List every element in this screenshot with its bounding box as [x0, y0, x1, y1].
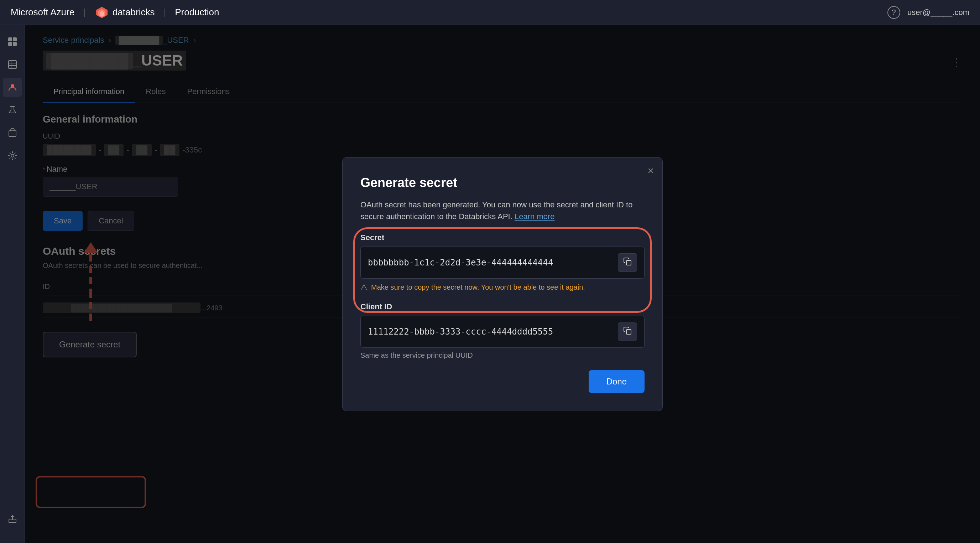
secret-value: bbbbbbbb-1c1c-2d2d-3e3e-444444444444 — [368, 258, 614, 268]
warning-icon: ⚠ — [360, 283, 368, 292]
sidebar-item-experiments[interactable] — [3, 100, 22, 120]
sidebar-item-export[interactable] — [3, 510, 22, 529]
modal-close-button[interactable]: × — [648, 165, 654, 177]
sidebar-item-marketplace[interactable] — [3, 123, 22, 143]
databricks-logo: databricks — [95, 5, 155, 19]
warning-message: ⚠ Make sure to copy the secret now. You … — [360, 283, 644, 292]
secret-field-section: Secret bbbbbbbb-1c1c-2d2d-3e3e-444444444… — [360, 233, 644, 292]
client-id-field-section: Client ID 11112222-bbbb-3333-cccc-4444dd… — [360, 302, 644, 360]
sidebar-item-catalog[interactable] — [3, 55, 22, 74]
sidebar-item-settings[interactable] — [3, 146, 22, 165]
help-button[interactable]: ? — [888, 6, 900, 19]
sidebar — [0, 25, 25, 543]
learn-more-link[interactable]: Learn more — [515, 212, 555, 221]
user-email: user@_____.com — [907, 8, 969, 17]
main-layout: Service principals › ████████_USER › ███… — [0, 25, 980, 543]
nav-divider: | — [83, 7, 86, 18]
modal-footer: Done — [360, 370, 644, 393]
svg-point-14 — [11, 154, 14, 157]
copy-client-id-button[interactable] — [618, 322, 637, 341]
workspace-divider: | — [164, 7, 166, 18]
databricks-text: databricks — [113, 7, 155, 18]
client-id-value: 11112222-bbbb-3333-cccc-4444dddd5555 — [368, 327, 614, 337]
client-id-input-container: 11112222-bbbb-3333-cccc-4444dddd5555 — [360, 316, 644, 348]
copy-secret-button[interactable] — [618, 253, 637, 272]
nav-right: ? user@_____.com — [888, 6, 969, 19]
svg-rect-7 — [8, 61, 16, 68]
generate-secret-modal: × Generate secret OAuth secret has been … — [342, 157, 663, 411]
done-button[interactable]: Done — [589, 370, 644, 393]
svg-rect-6 — [13, 42, 17, 46]
client-id-note: Same as the service principal UUID — [360, 351, 644, 360]
content-area: Service principals › ████████_USER › ███… — [25, 25, 980, 543]
modal-overlay: × Generate secret OAuth secret has been … — [25, 25, 980, 543]
svg-rect-4 — [13, 37, 17, 41]
sidebar-item-identity[interactable] — [3, 78, 22, 97]
nav-branding: Microsoft Azure | databricks | Productio… — [11, 5, 220, 19]
svg-rect-13 — [9, 131, 16, 137]
modal-description: OAuth secret has been generated. You can… — [360, 199, 644, 222]
svg-rect-3 — [8, 37, 12, 41]
sidebar-bottom — [3, 510, 22, 529]
modal-title: Generate secret — [360, 175, 644, 190]
svg-rect-5 — [8, 42, 12, 46]
svg-rect-19 — [627, 260, 631, 265]
svg-rect-20 — [627, 330, 631, 334]
top-navigation: Microsoft Azure | databricks | Productio… — [0, 0, 980, 25]
azure-logo: Microsoft Azure — [11, 7, 75, 18]
secret-input-container: bbbbbbbb-1c1c-2d2d-3e3e-444444444444 — [360, 247, 644, 279]
secret-label: Secret — [360, 233, 644, 242]
sidebar-item-dashboard[interactable] — [3, 32, 22, 51]
workspace-name: Production — [175, 7, 219, 18]
client-id-label: Client ID — [360, 302, 644, 311]
